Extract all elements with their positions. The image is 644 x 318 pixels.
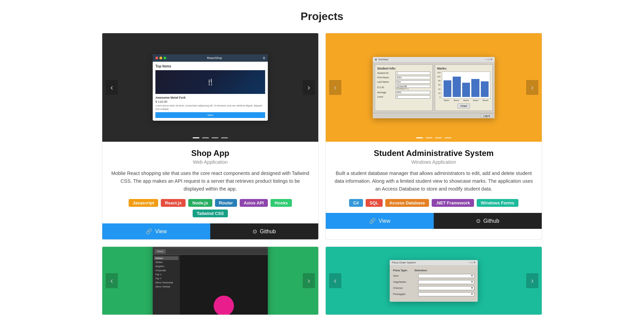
hamburger-icon: ≡ xyxy=(263,56,265,60)
mock-app-title: ReactShop xyxy=(207,56,222,60)
greyscale-option[interactable]: Greyscale xyxy=(154,269,178,272)
view-button-student-admin[interactable]: 🔗 View xyxy=(326,213,434,229)
size-label: Size: xyxy=(393,274,417,277)
dot-4-student xyxy=(445,137,451,138)
reset-button[interactable]: Reset xyxy=(155,249,166,254)
cheese-dropdown[interactable]: ▼ xyxy=(418,286,474,290)
dot-1 xyxy=(193,137,199,138)
cheese-label: Cheese: xyxy=(393,286,417,290)
whiten-option[interactable]: Whiten xyxy=(154,260,178,264)
carousel-dots-shop-app xyxy=(193,137,228,138)
pizza-maximize[interactable]: □ xyxy=(471,261,473,264)
project-card-pizza-order: ‹ Pizza Order System ─ □ ✕ Pizza Typ xyxy=(325,246,542,315)
win-minimize[interactable]: ─ xyxy=(485,58,487,61)
tag-javascript: Javascript xyxy=(129,199,158,207)
github-label-2: Github xyxy=(483,218,499,224)
carousel-prev-student-admin[interactable]: ‹ xyxy=(329,80,341,95)
win-close[interactable]: ✕ xyxy=(490,58,493,61)
brighten-option[interactable]: Brighten xyxy=(154,264,178,268)
about-menu[interactable]: About xyxy=(160,247,167,247)
carousel-image-processing: ‹ IP Image Processing ─ □ ✕ File About R… xyxy=(102,247,318,315)
level-input[interactable]: 4 xyxy=(395,95,430,99)
pizza-type-header: Pizza Type: xyxy=(393,269,408,272)
img-proc-body: Darken Whiten Brighten Greyscale Flip V … xyxy=(153,255,268,315)
carousel-next-image-processing[interactable]: › xyxy=(303,273,315,288)
github-button-shop-app[interactable]: ⊙ Github xyxy=(210,223,318,239)
flipy-option[interactable]: Flip Y xyxy=(154,277,178,280)
student-id-input[interactable]: 1 xyxy=(395,72,430,75)
carousel-prev-image-processing[interactable]: ‹ xyxy=(106,273,118,288)
carousel-prev-shop-app[interactable]: ‹ xyxy=(106,80,118,95)
pineapple-label: Pineapple: xyxy=(393,293,417,296)
project-card-student-admin: ‹ 🖥 frmView ─ □ ✕ St xyxy=(325,33,542,240)
card-actions-student-admin: 🔗 View ⊙ Github xyxy=(326,213,542,229)
vegetarian-dropdown[interactable]: ▼ xyxy=(418,280,474,284)
tag-sql: SQL xyxy=(366,199,383,207)
carousel-pizza-order: ‹ Pizza Order System ─ □ ✕ Pizza Typ xyxy=(326,247,542,315)
shop-app-screenshot: ReactShop ≡ Top Items 🍴 Awesome Metal Fo… xyxy=(153,54,268,121)
tag-access-database: Access Database xyxy=(385,199,429,207)
github-button-student-admin[interactable]: ⊙ Github xyxy=(434,213,542,229)
link-icon-2: 🔗 xyxy=(369,218,376,224)
link-icon: 🔗 xyxy=(146,228,152,235)
pizza-body: Pizza Type: Selection: Size: ▼ Vegetaria… xyxy=(390,265,478,302)
logout-button[interactable]: Logout xyxy=(481,114,493,118)
tag-reactjs: React.js xyxy=(161,199,186,207)
view-product-button[interactable]: View xyxy=(155,112,265,118)
logout-area: Logout xyxy=(373,113,495,118)
marks-chart xyxy=(442,72,490,99)
tag-windows-forms: Windows Forms xyxy=(477,199,518,207)
first-name-label: First Name: xyxy=(377,76,394,79)
card-description-student-admin: Built a student database manager that al… xyxy=(334,170,534,193)
tag-hooks: Hooks xyxy=(271,199,292,207)
bar-mark1 xyxy=(444,80,451,97)
pizza-minimize[interactable]: ─ xyxy=(468,261,470,264)
carousel-dots-student-admin xyxy=(416,137,451,138)
product-price: $ 116.00 xyxy=(155,100,265,103)
carousel-next-shop-app[interactable]: › xyxy=(303,80,315,95)
flipv-option[interactable]: Flip V xyxy=(154,273,178,276)
pizza-app-title: Pizza Order System xyxy=(392,261,416,264)
chart-button[interactable]: Chart xyxy=(457,103,470,108)
pizza-order-screenshot: Pizza Order System ─ □ ✕ Pizza Type: xyxy=(390,260,478,302)
product-image: 🍴 xyxy=(155,70,265,94)
card-title-student-admin: Student Administrative System xyxy=(334,148,534,158)
bar-mark2 xyxy=(453,77,460,97)
carousel-next-student-admin[interactable]: › xyxy=(526,80,538,95)
pizza-close[interactable]: ✕ xyxy=(473,261,476,264)
tag-nodejs: Node.js xyxy=(188,199,212,207)
traffic-lights xyxy=(155,57,166,59)
pineapple-dropdown[interactable]: ▼ xyxy=(418,292,474,296)
last-name-input[interactable]: Doe xyxy=(395,80,430,84)
mock-section-heading: Top Items xyxy=(155,64,265,68)
view-button-shop-app[interactable]: 🔗 View xyxy=(102,223,210,239)
marks-label: Marks: xyxy=(437,67,490,70)
win-maximize[interactable]: □ xyxy=(488,58,490,61)
product-description: Lorem ipsum dolor sit amet, consectetur … xyxy=(155,104,265,111)
view-label: View xyxy=(155,228,167,235)
darken-option[interactable]: Darken xyxy=(154,256,178,260)
project-card-image-processing: ‹ IP Image Processing ─ □ ✕ File About R… xyxy=(102,246,319,315)
card-actions-shop-app: 🔗 View ⊙ Github xyxy=(102,223,318,239)
dob-input[interactable]: 12/Jan/88 xyxy=(395,85,430,88)
card-subtitle-shop-app: Web Application xyxy=(110,159,310,165)
first-name-input[interactable]: John xyxy=(395,76,430,79)
vegetarian-label: Vegetarian: xyxy=(393,280,417,283)
tag-axios: Axios API xyxy=(240,199,268,207)
file-menu[interactable]: File xyxy=(154,247,158,247)
mirror-horizontal-option[interactable]: Mirror Horizontal xyxy=(154,281,178,284)
dot-4 xyxy=(221,137,228,138)
card-description-shop-app: Moblie React shopping site that uses the… xyxy=(110,170,310,193)
dot-3 xyxy=(212,137,218,138)
average-input[interactable]: 84% xyxy=(395,91,430,94)
size-dropdown[interactable]: ▼ xyxy=(418,274,474,278)
card-body-student-admin: Student Administrative System Windows Ap… xyxy=(326,142,542,239)
dot-1-student xyxy=(416,137,423,138)
dot-2-student xyxy=(426,137,432,138)
carousel-prev-pizza-order[interactable]: ‹ xyxy=(329,273,341,288)
product-name: Awesome Metal Fork xyxy=(155,96,265,99)
project-card-shop-app: ‹ ReactShop ≡ Top Items 🍴 Awesome Metal … xyxy=(102,33,319,240)
carousel-next-pizza-order[interactable]: › xyxy=(526,273,538,288)
dot-3-student xyxy=(435,137,442,138)
mirror-vertical-option[interactable]: Mirror Vertical xyxy=(154,285,178,289)
